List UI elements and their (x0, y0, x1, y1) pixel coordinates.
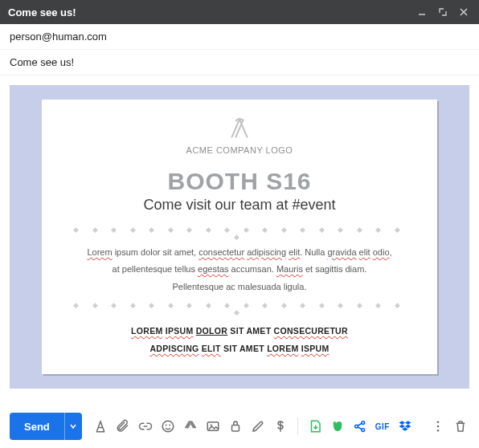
company-logo-text: ACME COMPANY LOGO (186, 145, 293, 155)
paperclip-icon (116, 419, 130, 434)
pen-icon (251, 419, 265, 434)
minimize-icon[interactable] (415, 5, 429, 19)
drive-icon (183, 419, 198, 434)
insert-link-button[interactable] (137, 417, 154, 435)
lock-clock-icon (228, 419, 243, 434)
link-icon (138, 419, 153, 434)
extension-dropbox-button[interactable] (396, 417, 414, 435)
to-field[interactable]: person@human.com (0, 24, 479, 50)
send-options-toggle[interactable] (64, 413, 82, 440)
expand-icon[interactable] (436, 5, 450, 19)
insert-money-button[interactable] (272, 417, 289, 435)
email-bold-line: ADPISCING ELIT SIT AMET LOREM ISPUM (149, 342, 329, 356)
svg-point-11 (437, 421, 440, 423)
insert-photo-button[interactable] (204, 417, 222, 435)
email-body-line: at pellentesque tellus egestas accumsan.… (113, 263, 367, 277)
smiley-icon (161, 419, 175, 434)
confidential-mode-button[interactable] (227, 417, 244, 435)
email-canvas: ACME COMPANY LOGO BOOTH S16 Come visit o… (10, 85, 469, 389)
email-card: ACME COMPANY LOGO BOOTH S16 Come visit o… (42, 100, 437, 374)
window-title: Come see us! (8, 6, 76, 18)
compose-toolbar: Send GIF (0, 405, 479, 448)
window-titlebar: Come see us! (0, 0, 479, 24)
kebab-icon (431, 419, 445, 434)
company-logo-icon (223, 114, 256, 141)
svg-point-4 (169, 425, 170, 426)
subject-field[interactable]: Come see us! (0, 50, 479, 75)
svg-point-12 (437, 426, 440, 428)
dropbox-icon (398, 419, 412, 434)
discard-button[interactable] (452, 417, 469, 435)
svg-point-2 (162, 421, 174, 432)
email-body-line: Lorem ipsum dolor sit amet, consectetur … (87, 246, 391, 260)
svg-point-3 (166, 425, 167, 426)
close-icon[interactable] (456, 5, 471, 19)
email-tagline: Come visit our team at #event (143, 197, 335, 214)
send-button[interactable]: Send (10, 413, 64, 440)
compose-body[interactable]: ACME COMPANY LOGO BOOTH S16 Come visit o… (0, 75, 479, 405)
template-download-icon (308, 419, 322, 434)
email-body-line: Pellentesque ac malesuada ligula. (173, 280, 307, 295)
formatting-button[interactable] (92, 417, 109, 435)
evernote-icon (330, 419, 345, 434)
chevron-down-icon (70, 423, 76, 430)
share-nodes-icon (353, 419, 367, 434)
insert-drive-button[interactable] (182, 417, 199, 435)
image-icon (206, 419, 220, 434)
extension-template-button[interactable] (306, 417, 324, 435)
svg-rect-7 (231, 426, 239, 432)
extension-share-button[interactable] (351, 417, 369, 435)
trash-icon (453, 419, 468, 434)
insert-signature-button[interactable] (249, 417, 267, 435)
svg-point-13 (437, 430, 440, 432)
to-value: person@human.com (10, 31, 107, 43)
divider-dots: ◆ ◆ ◆ ◆ ◆ ◆ ◆ ◆ ◆ ◆ ◆ ◆ ◆ ◆ ◆ ◆ ◆ ◆ ◆ (66, 302, 413, 316)
dollar-icon (273, 419, 288, 434)
font-icon (93, 419, 108, 434)
divider-dots: ◆ ◆ ◆ ◆ ◆ ◆ ◆ ◆ ◆ ◆ ◆ ◆ ◆ ◆ ◆ ◆ ◆ ◆ ◆ (66, 226, 413, 241)
email-bold-line: LOREM IPSUM DOLOR SIT AMET CONSECURETUR (131, 324, 348, 339)
subject-value: Come see us! (10, 56, 74, 68)
toolbar-divider (297, 417, 298, 435)
send-split-button: Send (10, 413, 82, 440)
extension-evernote-button[interactable] (329, 417, 346, 435)
attach-button[interactable] (114, 417, 132, 435)
insert-emoji-button[interactable] (159, 417, 177, 435)
more-options-button[interactable] (429, 417, 447, 435)
email-headline: BOOTH S16 (167, 168, 311, 195)
extension-gif-button[interactable]: GIF (374, 417, 391, 435)
